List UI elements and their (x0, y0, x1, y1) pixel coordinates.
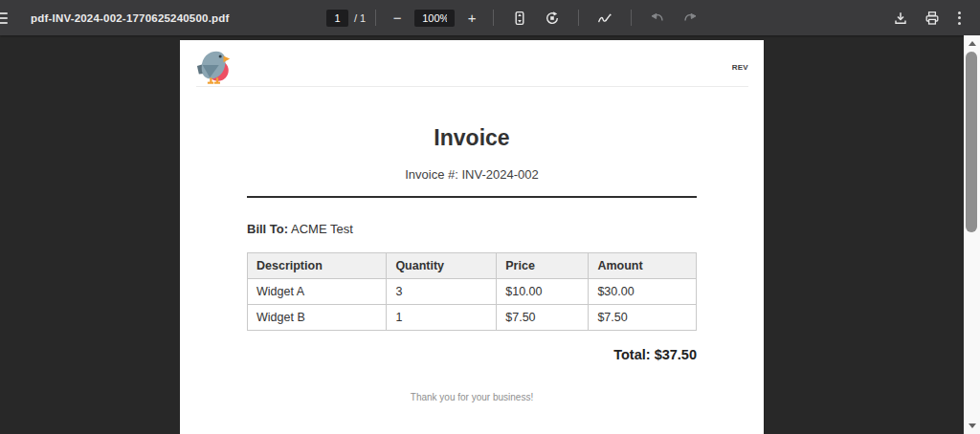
download-button[interactable] (889, 6, 912, 31)
more-options-button[interactable] (952, 11, 967, 25)
invoice-body: Invoice Invoice #: INV-2024-002 Bill To:… (247, 125, 697, 402)
rev-label: REV (732, 63, 748, 72)
pdf-viewer-area: REV Invoice Invoice #: INV-2024-002 Bill… (0, 35, 964, 434)
bill-to-line: Bill To: ACME Test (247, 222, 697, 236)
table-header-row: Description Quantity Price Amount (248, 253, 697, 279)
zoom-level-input[interactable] (414, 10, 455, 27)
annotate-button[interactable] (593, 6, 616, 31)
toolbar-divider (375, 10, 376, 26)
fit-to-page-icon (512, 11, 527, 26)
divider-rule (247, 196, 697, 198)
footer-note: Thank you for your business! (247, 392, 697, 402)
scroll-up-arrow-icon[interactable] (964, 36, 980, 51)
line-items-table: Description Quantity Price Amount Widget… (247, 252, 697, 331)
table-cell: Widget B (248, 305, 387, 331)
page-number-input[interactable] (326, 10, 348, 27)
table-cell: $10.00 (497, 279, 589, 305)
undo-button[interactable] (646, 6, 669, 31)
table-cell: $7.50 (497, 305, 589, 331)
toolbar-divider (631, 10, 632, 26)
table-cell: 3 (387, 279, 497, 305)
invoice-total: Total: $37.50 (247, 347, 697, 362)
bill-to-label: Bill To: (247, 222, 288, 236)
vertical-scrollbar[interactable] (964, 35, 980, 434)
column-header-amount: Amount (589, 253, 697, 279)
table-cell: 1 (387, 305, 497, 331)
toolbar-divider (493, 10, 494, 26)
rotate-icon (545, 11, 560, 26)
fit-to-page-button[interactable] (508, 6, 531, 31)
scrollbar-thumb[interactable] (966, 52, 977, 232)
toolbar-right (889, 0, 967, 35)
toolbar-center: / 1 − + (326, 0, 706, 35)
document-filename: pdf-INV-2024-002-1770625240500.pdf (31, 12, 230, 24)
bill-to-value: ACME Test (291, 222, 353, 236)
rotate-button[interactable] (541, 6, 564, 31)
redo-icon (682, 11, 698, 26)
bird-logo-icon (196, 48, 233, 84)
table-cell: $30.00 (589, 279, 697, 305)
table-row: Widget B 1 $7.50 $7.50 (248, 305, 697, 331)
table-cell: Widget A (248, 279, 387, 305)
table-row: Widget A 3 $10.00 $30.00 (248, 279, 697, 305)
table-cell: $7.50 (589, 305, 697, 331)
zoom-in-button[interactable]: + (460, 6, 483, 31)
zoom-out-button[interactable]: − (386, 6, 409, 31)
column-header-price: Price (497, 253, 589, 279)
menu-icon[interactable] (0, 10, 10, 27)
pdf-toolbar: pdf-INV-2024-002-1770625240500.pdf / 1 −… (0, 0, 980, 35)
print-icon (924, 11, 940, 26)
redo-button[interactable] (679, 6, 702, 31)
pdf-page: REV Invoice Invoice #: INV-2024-002 Bill… (180, 40, 764, 434)
invoice-title: Invoice (247, 125, 697, 151)
invoice-header: REV (196, 40, 748, 87)
ink-pen-icon (597, 11, 612, 26)
column-header-quantity: Quantity (387, 253, 497, 279)
page-separator: / (354, 12, 357, 24)
undo-icon (650, 11, 665, 26)
toolbar-left: pdf-INV-2024-002-1770625240500.pdf (0, 10, 230, 27)
column-header-description: Description (248, 253, 387, 279)
scroll-down-arrow-icon[interactable] (964, 419, 980, 433)
invoice-number: Invoice #: INV-2024-002 (247, 167, 697, 182)
download-icon (893, 11, 908, 26)
toolbar-divider (578, 10, 579, 26)
page-total: 1 (360, 12, 366, 24)
print-button[interactable] (921, 6, 944, 31)
